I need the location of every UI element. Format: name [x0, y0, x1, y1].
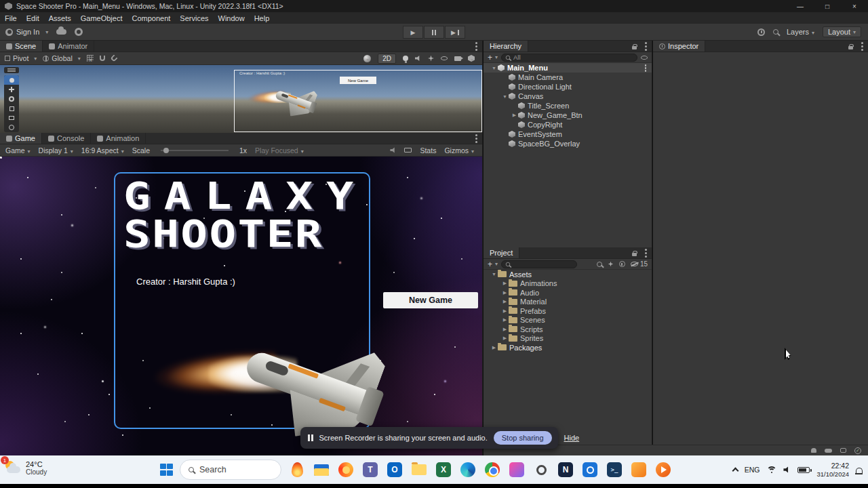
taskbar-search[interactable]: Search [180, 460, 281, 480]
pause-button[interactable] [424, 26, 444, 39]
scale-slider[interactable] [161, 150, 229, 151]
taskbar-app-opera[interactable] [581, 461, 599, 479]
expand-arrow-icon[interactable] [501, 327, 509, 332]
hierarchy-item-new-game-btn[interactable]: New_Game_Btn [484, 110, 652, 120]
tab-animation[interactable]: Animation [91, 133, 146, 144]
2d-toggle-button[interactable]: 2D [378, 54, 396, 64]
expand-arrow-icon[interactable] [501, 299, 509, 304]
menu-assets[interactable]: Assets [44, 12, 76, 24]
hierarchy-item-main-camera[interactable]: Main Camera [484, 73, 652, 82]
hierarchy-scene-main-menu[interactable]: Main_Menu [484, 63, 652, 73]
taskbar-app-media-player[interactable] [654, 461, 672, 479]
pause-sharing-icon[interactable] [308, 434, 313, 441]
view-tool[interactable] [4, 75, 19, 85]
project-folder-material[interactable]: Material [484, 298, 652, 307]
move-tool[interactable] [4, 85, 19, 94]
menu-window[interactable]: Window [214, 12, 250, 24]
hidden-objects-icon[interactable] [441, 56, 448, 60]
project-folder-audio[interactable]: Audio [484, 288, 652, 298]
battery-icon[interactable] [797, 467, 810, 473]
taskbar-app-file-explorer[interactable] [313, 461, 330, 479]
expand-arrow-icon[interactable] [501, 290, 509, 296]
game-viewport[interactable]: GALAXY SHOOTER Creator : Harshit Gupta :… [0, 157, 482, 455]
tab-animator[interactable]: Animator [43, 41, 94, 52]
snap-increment-icon[interactable] [110, 54, 117, 62]
hierarchy-item-title-screen[interactable]: Title_Screen [484, 101, 652, 110]
play-focused-dropdown[interactable]: Play Focused [255, 146, 304, 155]
tab-scene[interactable]: Scene [0, 41, 43, 52]
project-folder-packages[interactable]: Packages [484, 343, 652, 352]
weather-widget[interactable]: 1 24°C Cloudy [4, 459, 47, 476]
camera-settings-icon[interactable] [454, 56, 461, 61]
clock[interactable]: 22:42 31/10/2024 [816, 462, 849, 479]
undo-history-icon[interactable] [757, 28, 765, 36]
game-panel-menu-icon[interactable] [475, 138, 477, 140]
cloud-services-icon[interactable] [56, 29, 66, 35]
overlay-header[interactable] [4, 67, 19, 73]
hierarchy-item-eventsystem[interactable]: EventSystem [484, 129, 652, 139]
expand-arrow-icon[interactable] [501, 317, 509, 323]
taskbar-app-chrome[interactable] [484, 461, 501, 479]
sign-in-button[interactable]: Sign In [5, 28, 48, 36]
mute-audio-icon[interactable] [390, 147, 396, 153]
project-folder-prefabs[interactable]: Prefabs [484, 306, 652, 316]
taskbar-app-recorder[interactable] [288, 461, 306, 479]
project-folder-assets[interactable]: Assets [484, 270, 652, 279]
tab-inspector[interactable]: Inspector [653, 41, 705, 52]
project-lock-icon[interactable] [632, 253, 637, 256]
hidden-count[interactable]: 15 [631, 260, 648, 268]
snap-magnet-icon[interactable] [100, 56, 105, 61]
search-icon[interactable] [773, 29, 778, 35]
taskbar-app-notion[interactable]: N [557, 461, 574, 479]
layout-dropdown[interactable]: Layout [823, 26, 861, 37]
expand-arrow-icon[interactable] [511, 113, 518, 118]
taskbar-app-settings[interactable] [532, 461, 550, 479]
stats-button[interactable]: Stats [420, 146, 436, 155]
scene-row-menu-icon[interactable] [645, 67, 647, 69]
draw-mode-dropdown[interactable] [363, 55, 371, 62]
hierarchy-item-directional-light[interactable]: Directional Light [484, 82, 652, 92]
project-search-input[interactable] [501, 260, 577, 268]
global-dropdown[interactable]: Global [43, 54, 80, 62]
menu-services[interactable]: Services [175, 12, 213, 24]
hierarchy-add-button[interactable]: + [488, 53, 498, 62]
hierarchy-lock-icon[interactable] [632, 46, 637, 49]
tab-project[interactable]: Project [484, 247, 519, 258]
tab-game[interactable]: Game [0, 133, 42, 144]
language-indicator[interactable]: ENG [745, 466, 760, 474]
hierarchy-item-canvas[interactable]: Canvas [484, 92, 652, 101]
taskbar-app-terminal[interactable]: >_ [606, 461, 623, 479]
stop-sharing-button[interactable]: Stop sharing [494, 431, 552, 445]
transform-tool[interactable] [4, 123, 19, 132]
effects-dropdown-icon[interactable] [428, 56, 434, 62]
expand-arrow-icon[interactable] [501, 281, 509, 286]
taskbar-app-orange[interactable] [630, 461, 648, 479]
cloud-status-icon[interactable] [825, 449, 832, 453]
project-menu-icon[interactable] [645, 252, 647, 254]
collapse-arrow-icon[interactable] [501, 94, 509, 99]
favorites-icon[interactable] [608, 262, 614, 267]
menu-gameobject[interactable]: GameObject [76, 12, 127, 24]
new-game-button[interactable]: New Game [383, 292, 478, 308]
taskbar-app-edge[interactable] [459, 461, 477, 479]
inspector-lock-icon[interactable] [848, 46, 853, 49]
taskbar-app-clickup[interactable] [508, 461, 526, 479]
settings-gear-icon[interactable] [75, 28, 83, 36]
hide-link[interactable]: Hide [564, 434, 580, 442]
scene-lighting-icon[interactable] [403, 56, 408, 61]
project-add-button[interactable]: + [488, 260, 498, 269]
menu-component[interactable]: Component [127, 12, 175, 24]
layers-dropdown[interactable]: Layers [787, 28, 814, 36]
project-folder-scenes[interactable]: Scenes [484, 316, 652, 325]
rotate-tool[interactable] [4, 94, 19, 104]
step-button[interactable]: ▶ [445, 26, 465, 39]
scale-tool[interactable] [4, 104, 19, 113]
rect-tool[interactable] [4, 113, 19, 123]
gizmos-dropdown[interactable]: Gizmos [444, 146, 474, 155]
start-button[interactable] [160, 464, 173, 476]
taskbar-app-folder[interactable] [410, 461, 428, 479]
taskbar-app-firefox[interactable] [337, 461, 355, 479]
display-dropdown[interactable]: Display 1 [39, 146, 73, 155]
project-folder-scripts[interactable]: Scripts [484, 325, 652, 334]
inspector-menu-icon[interactable] [861, 45, 863, 47]
